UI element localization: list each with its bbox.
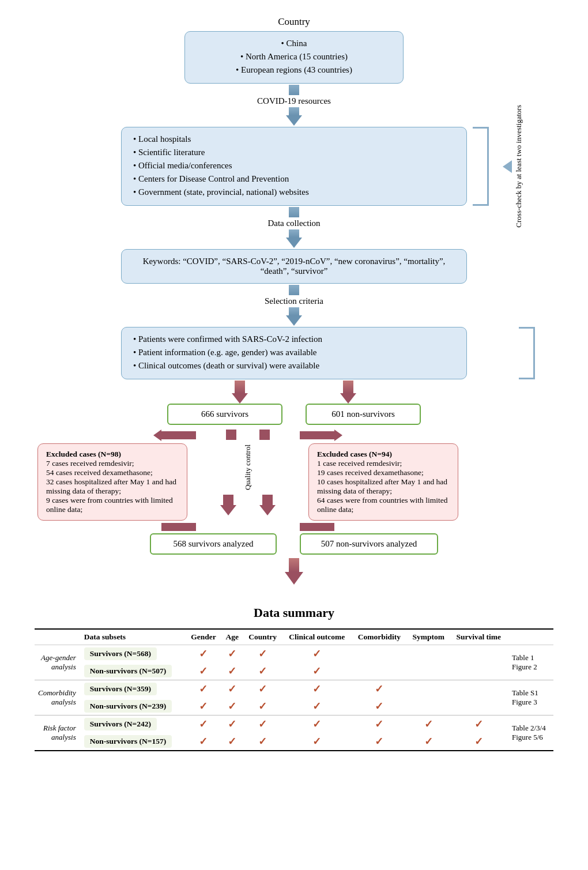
ref-label: Table 2/3/4Figure 5/6: [507, 715, 553, 751]
survivors-count-box: 666 survivors: [167, 404, 282, 425]
check-cell: [352, 645, 407, 663]
excluded-right-item-3: 10 cases hospitalized after May 1 and ha…: [317, 477, 450, 496]
analyzed-left-box: 568 survivors analyzed: [150, 533, 277, 555]
check-cell: ✓: [186, 698, 221, 715]
col-header-comorbidity: Comorbidity: [352, 629, 407, 645]
keyword-text: Keywords: “COVID”, “SARS-CoV-2”, “2019-n…: [143, 257, 446, 276]
non-survivors-count: 601 non-survivors: [331, 409, 395, 419]
subset-label: Non-survivors (N=157): [81, 733, 186, 751]
quality-control-label: Quality control: [243, 445, 252, 490]
resource-1: Local hospitals: [133, 133, 455, 145]
resource-5: Government (state, provincial, national)…: [133, 186, 455, 198]
excluded-right-box: Excluded cases (N=94) 1 case received re…: [308, 443, 458, 521]
col-header-gender: Gender: [186, 629, 221, 645]
analyzed-left: 568 survivors analyzed: [173, 539, 253, 548]
selection-1: Patients were confirmed with SARS-CoV-2 …: [133, 333, 455, 345]
col-header-subsets: Data subsets: [81, 629, 186, 645]
check-cell: ✓: [282, 645, 352, 663]
check-cell: ✓: [243, 645, 282, 663]
resources-box: Local hospitals Scientific literature Of…: [121, 127, 467, 206]
check-cell: ✓: [407, 733, 450, 751]
subset-label: Survivors (N=568): [81, 645, 186, 663]
data-summary-title: Data summary: [35, 605, 553, 620]
check-cell: [407, 645, 450, 663]
check-cell: [407, 662, 450, 680]
check-cell: ✓: [450, 733, 507, 751]
check-cell: [450, 645, 507, 663]
subset-label: Survivors (N=359): [81, 680, 186, 698]
country-list: China North America (15 countries) Europ…: [197, 37, 391, 76]
check-cell: ✓: [221, 662, 243, 680]
resource-4: Centers for Disease Control and Preventi…: [133, 173, 455, 185]
resources-list: Local hospitals Scientific literature Of…: [133, 133, 455, 198]
check-cell: ✓: [221, 680, 243, 698]
excluded-right-item-2: 19 cases received dexamethasone;: [317, 468, 450, 477]
country-item-2: North America (15 countries): [197, 51, 391, 63]
col-header-country: Country: [243, 629, 282, 645]
selection-box: Patients were confirmed with SARS-CoV-2 …: [121, 327, 467, 379]
flowchart: Country China North America (15 countrie…: [23, 12, 565, 751]
check-cell: ✓: [221, 733, 243, 751]
subset-label: Non-survivors (N=507): [81, 662, 186, 680]
data-collection-label: Data collection: [267, 219, 320, 228]
check-cell: ✓: [186, 645, 221, 663]
col-header-clinical: Clinical outcome: [282, 629, 352, 645]
subset-label: Non-survivors (N=239): [81, 698, 186, 715]
check-cell: ✓: [186, 733, 221, 751]
excluded-left-item-4: 9 cases were from countries with limited…: [46, 496, 179, 514]
check-cell: [407, 698, 450, 715]
check-cell: ✓: [450, 715, 507, 733]
check-cell: ✓: [186, 662, 221, 680]
data-summary-table: Data subsets Gender Age Country Clinical…: [35, 628, 553, 751]
check-cell: ✓: [243, 733, 282, 751]
check-cell: ✓: [243, 715, 282, 733]
arrow-to-nonsurvivors: [340, 381, 356, 404]
covid-resources-label: COVID-19 resources: [257, 96, 331, 106]
check-cell: ✓: [221, 698, 243, 715]
ref-label: Table S1Figure 3: [507, 680, 553, 715]
check-cell: ✓: [243, 662, 282, 680]
excluded-left-title: Excluded cases (N=98): [46, 450, 179, 459]
check-cell: ✓: [282, 698, 352, 715]
check-cell: [352, 662, 407, 680]
check-cell: ✓: [243, 680, 282, 698]
check-cell: ✓: [221, 715, 243, 733]
check-cell: ✓: [282, 662, 352, 680]
excluded-left-item-1: 7 cases received remdesivir;: [46, 459, 179, 468]
excluded-left-box: Excluded cases (N=98) 7 cases received r…: [37, 443, 187, 521]
cross-check-label: Cross-check by at least two investigator…: [514, 105, 523, 228]
col-header-symptom: Symptom: [407, 629, 450, 645]
check-cell: ✓: [282, 733, 352, 751]
check-cell: ✓: [352, 698, 407, 715]
survivors-count: 666 survivors: [201, 409, 248, 419]
country-item-3: European regions (43 countries): [197, 64, 391, 76]
excluded-right-item-1: 1 case received remdesivir;: [317, 459, 450, 468]
keyword-box: Keywords: “COVID”, “SARS-CoV-2”, “2019-n…: [121, 249, 467, 284]
ref-label: Table 1Figure 2: [507, 645, 553, 680]
check-cell: ✓: [221, 645, 243, 663]
excluded-left-item-3: 32 cases hospitalized after May 1 and ha…: [46, 477, 179, 496]
selection-list: Patients were confirmed with SARS-CoV-2 …: [133, 333, 455, 372]
analyzed-right-box: 507 non-survivors analyzed: [300, 533, 438, 555]
check-cell: ✓: [243, 698, 282, 715]
group-label: Risk factoranalysis: [35, 715, 81, 751]
check-cell: ✓: [352, 733, 407, 751]
non-survivors-count-box: 601 non-survivors: [306, 404, 421, 425]
check-cell: ✓: [186, 715, 221, 733]
check-cell: ✓: [407, 715, 450, 733]
check-cell: [450, 662, 507, 680]
check-cell: ✓: [282, 715, 352, 733]
selection-3: Clinical outcomes (death or survival) we…: [133, 360, 455, 372]
check-cell: [450, 680, 507, 698]
resource-2: Scientific literature: [133, 146, 455, 159]
check-cell: ✓: [186, 680, 221, 698]
excluded-right-item-4: 64 cases were from countries with limite…: [317, 496, 450, 514]
resource-3: Official media/conferences: [133, 160, 455, 172]
country-item-1: China: [197, 37, 391, 50]
excluded-left-item-2: 54 cases received dexamethasone;: [46, 468, 179, 477]
country-title: Country: [278, 16, 310, 28]
col-header-age: Age: [221, 629, 243, 645]
check-cell: ✓: [352, 680, 407, 698]
col-header-survival: Survival time: [450, 629, 507, 645]
data-summary-section: Data summary Data subsets Gender Age Cou…: [35, 605, 553, 751]
